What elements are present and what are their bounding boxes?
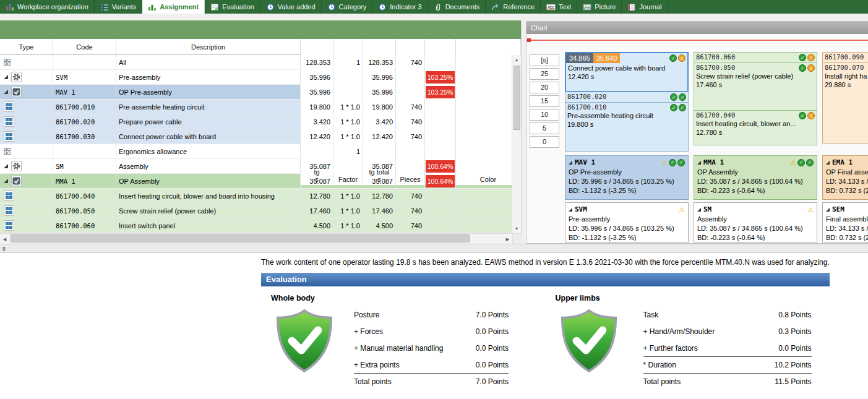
cell-type: [0, 189, 53, 203]
chart-block-861700-060[interactable]: ✓! 861700.060: [694, 52, 817, 63]
chart-block-861700-070[interactable]: 861700.070 Install right ha 29.880 s: [822, 62, 868, 144]
chart-block-861700-020[interactable]: ✓✓ 861700.020: [565, 92, 689, 103]
cell-color: [456, 218, 512, 233]
cell-pieces: 740: [396, 218, 425, 233]
table-row-process[interactable]: 861700.030 Connect power cable with boar…: [0, 129, 512, 144]
scrollbar-corner: [512, 234, 522, 244]
operation-name: MMA 1: [703, 158, 724, 167]
scroll-right-button[interactable]: ▸: [503, 234, 512, 244]
vertical-scroll-thumb[interactable]: [513, 66, 520, 130]
horizontal-scrollbar[interactable]: ◂ ▸: [0, 233, 522, 244]
tab-reference[interactable]: Reference: [486, 0, 541, 14]
expander-icon[interactable]: [826, 161, 830, 165]
process-icon: [4, 101, 14, 112]
allowance-icon: [4, 148, 11, 155]
table-row-operation-mma1[interactable]: MMA 1 OP Assembly 35.087 35.087 100.64%: [0, 174, 512, 189]
chart-block-861700-040[interactable]: ✓! 861700.040 Insert heating circuit, bl…: [694, 110, 817, 145]
operation-summary-card[interactable]: EMA 1 OP Final assem LD: 34.133 s / BD: …: [822, 155, 868, 200]
operation-summary-card[interactable]: MAV 1 ⚠✓✓ OP Pre-assembly LD: 35.996 s /…: [565, 155, 689, 200]
scroll-left-button[interactable]: ◂: [0, 234, 9, 244]
chart-panel-title: Chart: [531, 24, 548, 32]
shield-ok-icon: ✓: [670, 104, 677, 111]
points-total-row: Total points11.5 Points: [643, 373, 812, 390]
chart-block-861700-010[interactable]: ✓✓ 861700.010 Pre-assemble heating circu…: [565, 102, 689, 152]
tab-documents[interactable]: Documents: [428, 0, 486, 14]
cell-load: 100.64%: [425, 159, 456, 173]
chart-block-861700-090[interactable]: 861700.090: [822, 52, 868, 63]
table-row-process[interactable]: 861700.010 Pre-assemble heating circuit …: [0, 100, 512, 114]
cell-load: [425, 144, 456, 158]
process-icon: [4, 191, 14, 201]
axis-tick-label: 5: [530, 122, 559, 134]
svg-text:Abc: Abc: [548, 4, 555, 9]
vertical-scrollbar[interactable]: ▴ ▾: [512, 55, 521, 233]
table-row-all[interactable]: All 128.353 1 128.353 740: [0, 55, 512, 70]
cell-tg-total: 12.420: [363, 129, 396, 144]
operation-summary-card[interactable]: MMA 1 ⚠✓✓ OP Assembly LD: 35.087 s / 34.…: [694, 155, 817, 200]
tab-workplace-organization[interactable]: Workplace organization: [0, 0, 95, 14]
tab-category[interactable]: Category: [322, 0, 373, 14]
cell-code: 861700.020: [53, 114, 116, 129]
expander-icon[interactable]: [4, 164, 8, 168]
section-summary-card[interactable]: SEM Final assembly LD: 34.133 s / BD: 0.…: [822, 202, 868, 242]
shield-ok-icon: ✓: [669, 54, 677, 62]
axis-tick-label: 20: [530, 82, 559, 93]
column-header-type[interactable]: Type: [0, 39, 53, 54]
horizontal-scroll-thumb[interactable]: [11, 234, 470, 242]
table-row-process[interactable]: 861700.020 Prepare power cable 3.420 1 *…: [0, 114, 512, 129]
expander-icon[interactable]: [569, 161, 572, 165]
block-time: 12.780 s: [694, 128, 817, 137]
expander-icon[interactable]: [4, 179, 8, 183]
cell-tg-total: 4.500: [363, 218, 396, 233]
section-summary-card[interactable]: SVM ⚠ Pre-assembly LD: 35.996 s / 34.865…: [565, 202, 689, 242]
cell-pieces: 740: [396, 100, 425, 114]
table-row-process[interactable]: 861700.060 Insert switch panel 4.500 1 *…: [0, 218, 512, 233]
analysis-note: The work content of one operator lasting…: [261, 253, 830, 273]
cell-color: [456, 129, 512, 144]
shield-warning-icon: !: [678, 54, 685, 62]
section-ld: LD: 35.087 s / 34.865 s (100.64 %): [697, 224, 814, 233]
section-summary-card[interactable]: SM ⚠ Assembly LD: 35.087 s / 34.865 s (1…: [694, 202, 817, 242]
table-row-operation-mav1[interactable]: MAV 1 OP Pre-assembly 35.996 35.996 103.…: [0, 85, 512, 100]
table-row-section-svm[interactable]: SVM Pre-assembly 35.996 35.996 103.25%: [0, 70, 512, 85]
tab-journal[interactable]: Journal: [622, 0, 668, 14]
tab-indicator-3[interactable]: Indicator 3: [372, 0, 428, 14]
scroll-up-button[interactable]: ▴: [512, 55, 522, 64]
reference-icon: [491, 3, 500, 11]
tab-text[interactable]: Abc Text: [541, 0, 577, 14]
horizontal-scroll-track[interactable]: [9, 234, 503, 244]
process-icon: [4, 220, 14, 231]
table-row-process[interactable]: 861700.040 Insert heating circuit, blowe…: [0, 189, 512, 204]
tab-label: Value added: [278, 3, 316, 11]
expander-icon[interactable]: [4, 75, 8, 79]
tab-value-added[interactable]: Value added: [260, 0, 322, 14]
cell-tg-total: 35.996: [363, 85, 396, 99]
table-row-section-sm[interactable]: SM Assembly 35.087 35.087 100.64%: [0, 159, 512, 174]
expander-icon[interactable]: [4, 90, 8, 94]
tab-picture[interactable]: Picture: [577, 0, 622, 14]
chart-panel-header[interactable]: Chart: [526, 22, 868, 34]
category-icon: [327, 3, 336, 11]
expander-icon[interactable]: [697, 208, 701, 212]
cell-code: [53, 55, 116, 69]
tab-assignment[interactable]: Assignment: [142, 0, 205, 14]
column-header-description[interactable]: Description: [116, 39, 301, 54]
collapsed-panel-bar[interactable]: s: [0, 244, 868, 253]
chart-block-861700-030[interactable]: 34.865 35.640 ✓! Connect power cable wit…: [565, 52, 689, 92]
expander-icon[interactable]: [826, 208, 830, 212]
table-row-ergonomics-allowance[interactable]: Ergonomics allowance 1: [0, 144, 512, 159]
cell-description: All: [116, 55, 301, 69]
operation-title: OP Final assem: [826, 168, 868, 177]
tab-evaluation[interactable]: Evaluation: [205, 0, 260, 14]
chart-block-861700-050[interactable]: ✓! 861700.050 Screw strain relief (power…: [694, 62, 817, 111]
block-time: 19.800 s: [565, 120, 688, 129]
ribbon-tab-bar: Workplace organization Variants Assignme…: [0, 0, 868, 14]
column-header-code[interactable]: Code: [53, 39, 116, 54]
scroll-down-button[interactable]: ▾: [512, 224, 522, 233]
tab-variants[interactable]: Variants: [95, 0, 143, 14]
expander-icon[interactable]: [569, 208, 572, 212]
table-row-process[interactable]: 861700.050 Screw strain relief (power ca…: [0, 204, 512, 218]
cell-description: Insert switch panel: [116, 218, 301, 233]
cell-factor: [333, 174, 363, 188]
expander-icon[interactable]: [697, 161, 701, 165]
